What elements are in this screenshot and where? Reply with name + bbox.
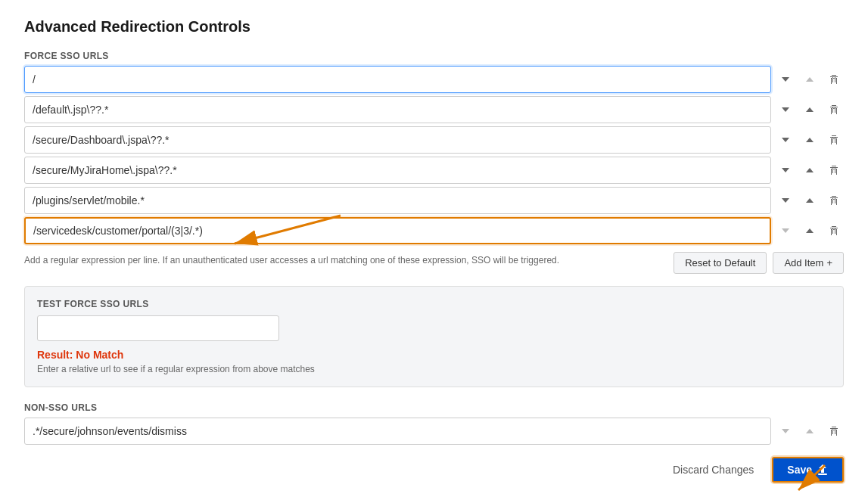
force-sso-url-row — [24, 96, 844, 123]
force-sso-section: Force SSO URLs Add a regular expression … — [24, 51, 844, 274]
move-down-button[interactable] — [776, 101, 795, 118]
force-sso-url-input-0[interactable] — [24, 66, 771, 93]
test-url-input[interactable] — [37, 315, 279, 341]
move-up-button[interactable] — [800, 222, 820, 239]
move-up-button[interactable] — [800, 71, 820, 88]
test-result-helper: Enter a relative url to see if a regular… — [37, 364, 831, 374]
move-up-button[interactable] — [800, 192, 820, 209]
move-up-button[interactable] — [800, 132, 820, 148]
non-sso-url-input-0[interactable] — [24, 418, 771, 445]
delete-url-button[interactable] — [824, 132, 844, 148]
move-down-button[interactable] — [776, 132, 795, 148]
force-sso-url-row — [24, 126, 844, 154]
add-item-button[interactable]: Add Item + — [773, 252, 844, 274]
move-up-button[interactable] — [800, 101, 820, 118]
page-title: Advanced Redirection Controls — [24, 18, 844, 36]
test-result-label: Result: No Match — [37, 349, 831, 361]
bottom-bar: Discard Changes Save — [24, 457, 844, 483]
move-down-button[interactable] — [776, 222, 795, 239]
force-sso-url-input-4[interactable] — [24, 187, 771, 214]
delete-url-button[interactable] — [824, 423, 844, 439]
move-down-button[interactable] — [776, 71, 795, 88]
save-upload-icon — [817, 464, 829, 476]
delete-url-button[interactable] — [824, 162, 844, 179]
move-down-button[interactable] — [776, 423, 795, 439]
move-up-button[interactable] — [800, 423, 820, 439]
non-sso-section: Non-SSO URLs — [24, 402, 844, 445]
non-sso-url-list — [24, 418, 844, 445]
non-sso-url-row — [24, 418, 844, 445]
move-down-button[interactable] — [776, 162, 795, 179]
force-sso-url-input-3[interactable] — [24, 157, 771, 184]
force-sso-url-row — [24, 157, 844, 184]
force-sso-url-list — [24, 66, 844, 244]
svg-rect-0 — [818, 474, 827, 475]
force-sso-url-row — [24, 66, 844, 93]
force-sso-url-row — [24, 187, 844, 214]
delete-url-button[interactable] — [824, 71, 844, 88]
force-sso-url-input-1[interactable] — [24, 96, 771, 123]
delete-url-button[interactable] — [824, 192, 844, 209]
test-force-sso-section: Test Force SSO URLs Result: No Match Ent… — [24, 286, 844, 387]
force-sso-actions: Reset to Default Add Item + — [674, 252, 844, 274]
add-item-plus-icon: + — [826, 257, 832, 269]
move-up-button[interactable] — [800, 162, 820, 179]
save-label: Save — [787, 464, 812, 476]
add-item-label: Add Item — [784, 257, 823, 269]
discard-changes-button[interactable]: Discard Changes — [662, 458, 764, 481]
test-section-label: Test Force SSO URLs — [37, 299, 831, 309]
force-sso-url-row — [24, 217, 844, 244]
save-button[interactable]: Save — [772, 457, 844, 483]
force-sso-url-input-2[interactable] — [24, 126, 771, 154]
move-down-button[interactable] — [776, 192, 795, 209]
non-sso-label: Non-SSO URLs — [24, 402, 844, 413]
force-sso-url-input-5[interactable] — [24, 217, 771, 244]
delete-url-button[interactable] — [824, 222, 844, 239]
force-sso-helper: Add a regular expression per line. If an… — [24, 255, 559, 265]
reset-to-default-button[interactable]: Reset to Default — [674, 252, 767, 274]
delete-url-button[interactable] — [824, 101, 844, 118]
force-sso-label: Force SSO URLs — [24, 51, 844, 61]
